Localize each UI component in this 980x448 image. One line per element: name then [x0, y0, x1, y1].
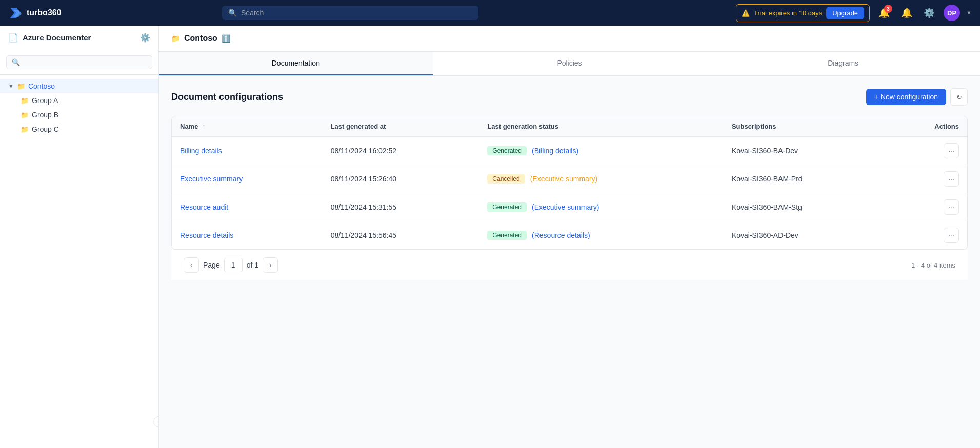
search-input[interactable] [241, 9, 472, 17]
cell-date-3: 08/11/2024 15:56:45 [323, 221, 479, 250]
sidebar-item-label-group-b: Group B [32, 111, 58, 119]
status-badge-0: Generated [487, 146, 527, 155]
col-actions: Actions [889, 116, 967, 137]
refresh-icon: ↻ [956, 93, 962, 101]
table-row: Resource audit 08/11/2024 15:31:55 Gener… [172, 193, 967, 221]
sidebar-header: 📄 Azure Documenter ⚙️ [0, 26, 158, 50]
row-more-button-3[interactable]: ··· [944, 228, 959, 243]
col-subscriptions: Subscriptions [724, 116, 889, 137]
cell-date-0: 08/11/2024 16:02:52 [323, 137, 479, 165]
folder-icon-group-b: 📁 [21, 111, 29, 119]
pagination: ‹ Page of 1 › 1 - 4 of 4 items [171, 250, 968, 280]
sidebar-item-group-b[interactable]: 📁 Group B [12, 108, 158, 122]
doc-configs-header: Document configurations + New configurat… [171, 88, 968, 106]
sidebar-item-group-c[interactable]: 📁 Group C [12, 122, 158, 136]
row-more-button-2[interactable]: ··· [944, 199, 959, 215]
row-more-button-0[interactable]: ··· [944, 143, 959, 158]
main-content: 📁 Contoso ℹ️ Documentation Policies Diag… [159, 26, 980, 448]
alerts-button[interactable]: 🔔 [898, 5, 915, 21]
cell-subscriptions-3: Kovai-SI360-AD-Dev [724, 221, 889, 250]
upgrade-button[interactable]: Upgrade [826, 7, 864, 19]
tab-diagrams[interactable]: Diagrams [706, 52, 980, 75]
cell-subscriptions-2: Kovai-SI360-BAM-Stg [724, 193, 889, 221]
trial-banner: ⚠️ Trial expires in 10 days Upgrade [736, 4, 870, 22]
warning-icon: ⚠️ [742, 9, 750, 17]
sort-icon-name[interactable]: ↑ [202, 123, 206, 130]
row-more-button-1[interactable]: ··· [944, 171, 959, 187]
col-name: Name ↑ [172, 116, 323, 137]
items-summary: 1 - 4 of 4 items [911, 261, 955, 269]
folder-icon-group-c: 📁 [21, 126, 29, 133]
user-avatar[interactable]: DP [944, 5, 960, 21]
tab-policies[interactable]: Policies [433, 52, 707, 75]
cell-name-1: Executive summary [172, 165, 323, 193]
tab-documentation[interactable]: Documentation [159, 52, 433, 75]
notifications-button[interactable]: 🔔 3 [876, 5, 892, 21]
search-icon: 🔍 [228, 9, 237, 17]
turbo360-logo-icon [8, 6, 23, 20]
cell-subscriptions-1: Kovai-SI360-BAM-Prd [724, 165, 889, 193]
page-number-input[interactable] [224, 258, 243, 272]
cell-status-1: Cancelled (Executive summary) [479, 165, 724, 193]
cell-actions-1: ··· [889, 165, 967, 193]
folder-icon-header: 📁 [171, 34, 180, 43]
cell-status-2: Generated (Executive summary) [479, 193, 724, 221]
sidebar-app-title: 📄 Azure Documenter [8, 33, 91, 43]
cell-date-2: 08/11/2024 15:31:55 [323, 193, 479, 221]
sidebar-item-label-group-c: Group C [32, 125, 59, 133]
next-page-button[interactable]: › [263, 257, 278, 273]
doc-configs-actions: + New configuration ↻ [866, 88, 968, 106]
status-link-0[interactable]: (Billing details) [532, 147, 578, 155]
cell-date-1: 08/11/2024 15:26:40 [323, 165, 479, 193]
cell-status-0: Generated (Billing details) [479, 137, 724, 165]
config-name-link-2[interactable]: Resource audit [180, 203, 228, 211]
status-link-2[interactable]: (Executive summary) [532, 203, 599, 211]
configurations-table-container: Name ↑ Last generated at Last generation… [171, 116, 968, 250]
cell-status-3: Generated (Resource details) [479, 221, 724, 250]
notification-badge: 3 [884, 5, 892, 13]
sidebar-search-input[interactable] [23, 58, 147, 66]
sidebar-item-contoso[interactable]: ▼ 📁 Contoso [0, 79, 158, 93]
avatar-initials: DP [947, 9, 956, 17]
sidebar-app-name: Azure Documenter [23, 33, 91, 42]
prev-page-button[interactable]: ‹ [184, 257, 199, 273]
sidebar-settings-icon[interactable]: ⚙️ [140, 33, 150, 43]
cell-name-2: Resource audit [172, 193, 323, 221]
sidebar-item-group-a[interactable]: 📁 Group A [12, 93, 158, 108]
doc-configs-title: Document configurations [171, 92, 283, 103]
status-link-3[interactable]: (Resource details) [532, 231, 590, 239]
sidebar-item-label-contoso: Contoso [28, 82, 55, 90]
refresh-button[interactable]: ↻ [950, 88, 968, 106]
table-header-row: Name ↑ Last generated at Last generation… [172, 116, 967, 137]
tabs-bar: Documentation Policies Diagrams [159, 52, 980, 76]
config-name-link-1[interactable]: Executive summary [180, 175, 243, 183]
table-row: Billing details 08/11/2024 16:02:52 Gene… [172, 137, 967, 165]
document-configurations: Document configurations + New configurat… [159, 76, 980, 448]
settings-button[interactable]: ⚙️ [921, 5, 937, 21]
config-name-link-3[interactable]: Resource details [180, 231, 233, 239]
sidebar-tree-children: 📁 Group A 📁 Group B 📁 Group C [0, 93, 158, 136]
cell-name-0: Billing details [172, 137, 323, 165]
cell-actions-2: ··· [889, 193, 967, 221]
content-header: 📁 Contoso ℹ️ [159, 26, 980, 52]
folder-icon-group-a: 📁 [21, 97, 29, 105]
status-badge-3: Generated [487, 231, 527, 240]
col-status: Last generation status [479, 116, 724, 137]
brand-name: turbo360 [27, 8, 62, 17]
page-of-label: of 1 [247, 261, 258, 269]
chevron-left-icon: ‹ [158, 419, 159, 425]
configurations-table: Name ↑ Last generated at Last generation… [172, 116, 967, 249]
config-name-link-0[interactable]: Billing details [180, 147, 222, 155]
table-row: Executive summary 08/11/2024 15:26:40 Ca… [172, 165, 967, 193]
gear-icon: ⚙️ [924, 7, 935, 18]
table-header: Name ↑ Last generated at Last generation… [172, 116, 967, 137]
brand-logo[interactable]: turbo360 [8, 6, 90, 20]
sidebar-app-icon: 📄 [8, 33, 18, 43]
cell-actions-0: ··· [889, 137, 967, 165]
sidebar-item-label-group-a: Group A [32, 96, 58, 105]
status-link-1[interactable]: (Executive summary) [530, 175, 597, 183]
sidebar: 📄 Azure Documenter ⚙️ 🔍 ▼ 📁 Contoso 📁 Gr… [0, 26, 159, 448]
new-configuration-button[interactable]: + New configuration [866, 89, 946, 105]
table-row: Resource details 08/11/2024 15:56:45 Gen… [172, 221, 967, 250]
top-navigation: turbo360 🔍 ⚠️ Trial expires in 10 days U… [0, 0, 980, 26]
